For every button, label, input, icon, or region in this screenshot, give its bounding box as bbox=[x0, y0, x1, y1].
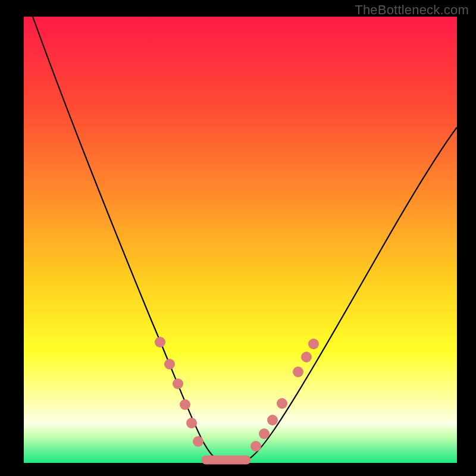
right-dot bbox=[277, 398, 287, 409]
right-dot bbox=[293, 367, 303, 377]
left-dot bbox=[173, 378, 183, 389]
left-dot bbox=[193, 436, 203, 447]
left-dot bbox=[155, 337, 165, 347]
left-dot bbox=[186, 418, 197, 428]
right-dot bbox=[301, 352, 312, 362]
chart-frame: TheBottleneck.com bbox=[0, 0, 476, 476]
left-dot bbox=[164, 359, 175, 369]
chart-svg bbox=[0, 0, 476, 476]
right-dot bbox=[308, 339, 319, 349]
right-dot bbox=[267, 415, 278, 425]
watermark-text: TheBottleneck.com bbox=[355, 2, 469, 18]
plot-background bbox=[24, 17, 457, 463]
right-dot bbox=[259, 428, 270, 439]
left-dot bbox=[180, 399, 190, 410]
right-dot bbox=[250, 441, 261, 452]
